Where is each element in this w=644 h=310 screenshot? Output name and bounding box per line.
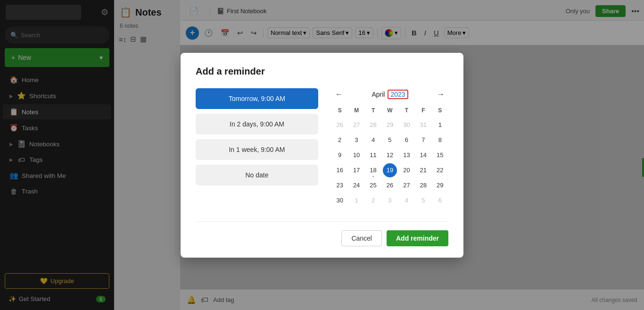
calendar-section: ← April 2023 → S M T W T F S: [331, 88, 448, 208]
cal-day-29-prev[interactable]: 29: [383, 118, 397, 132]
cal-day-5[interactable]: 5: [383, 133, 397, 147]
cal-day-24[interactable]: 24: [349, 178, 363, 193]
cal-day-7[interactable]: 7: [416, 133, 430, 147]
cal-day-21[interactable]: 21: [416, 163, 430, 177]
cal-month-year: April 2023: [372, 90, 408, 99]
cal-day-17[interactable]: 17: [349, 163, 363, 177]
cal-day-29[interactable]: 29: [433, 178, 447, 193]
cal-day-13[interactable]: 13: [399, 148, 413, 162]
cal-next-button[interactable]: →: [433, 88, 448, 101]
cal-day-22[interactable]: 22: [433, 163, 447, 177]
option-tomorrow[interactable]: Tomorrow, 9:00 AM: [196, 88, 318, 109]
cal-header-T1: T: [365, 105, 381, 116]
cal-day-18[interactable]: 18 •: [366, 163, 380, 177]
cal-week-5: 23 24 25 26 27 28 29: [331, 178, 448, 193]
calendar-grid: S M T W T F S 26 27 28 29 30: [331, 105, 448, 208]
cal-day-15[interactable]: 15: [433, 148, 447, 162]
modal-title: Add a reminder: [196, 66, 448, 77]
option-one-week[interactable]: In 1 week, 9:00 AM: [196, 139, 318, 160]
cal-header-M: M: [348, 105, 364, 116]
cal-day-6-next[interactable]: 6: [433, 193, 447, 208]
cal-day-1-next[interactable]: 1: [349, 193, 363, 208]
cal-header-S1: S: [331, 105, 348, 116]
cal-day-8[interactable]: 8: [433, 133, 447, 147]
cal-header-S2: S: [432, 105, 448, 116]
cal-day-1[interactable]: 1: [433, 118, 447, 132]
cal-day-31-prev[interactable]: 31: [416, 118, 430, 132]
add-reminder-button[interactable]: Add reminder: [387, 230, 448, 246]
cal-day-30-prev[interactable]: 30: [399, 118, 413, 132]
cal-day-23[interactable]: 23: [333, 178, 347, 193]
cal-header-row: S M T W T F S: [331, 105, 448, 116]
cal-prev-button[interactable]: ←: [331, 88, 347, 101]
cal-day-25[interactable]: 25: [366, 178, 380, 193]
cal-header-T2: T: [398, 105, 415, 116]
option-no-date[interactable]: No date: [196, 165, 318, 185]
cal-day-3-next[interactable]: 3: [383, 193, 397, 208]
cal-day-19-today[interactable]: 19: [383, 163, 397, 177]
cal-year-label[interactable]: 2023: [388, 90, 408, 99]
cal-day-16[interactable]: 16: [333, 163, 347, 177]
cal-day-28[interactable]: 28: [416, 178, 430, 193]
cal-month-label: April: [372, 91, 385, 98]
cal-day-10[interactable]: 10: [349, 148, 363, 162]
calendar-nav: ← April 2023 →: [331, 88, 448, 101]
cal-week-6: 30 1 2 3 4 5 6: [331, 193, 448, 208]
cal-day-30[interactable]: 30: [333, 193, 347, 208]
reminder-modal: Add a reminder Tomorrow, 9:00 AM In 2 da…: [181, 53, 463, 258]
cal-day-4[interactable]: 4: [366, 133, 380, 147]
cal-day-11[interactable]: 11: [366, 148, 380, 162]
cal-week-3: 9 10 11 12 13 14 15: [331, 148, 448, 163]
cal-day-12[interactable]: 12: [383, 148, 397, 162]
modal-overlay[interactable]: Add a reminder Tomorrow, 9:00 AM In 2 da…: [0, 0, 644, 310]
modal-body: Tomorrow, 9:00 AM In 2 days, 9:00 AM In …: [196, 88, 448, 208]
cal-day-9[interactable]: 9: [333, 148, 347, 162]
cal-day-2-next[interactable]: 2: [366, 193, 380, 208]
cal-day-6[interactable]: 6: [399, 133, 413, 147]
option-two-days[interactable]: In 2 days, 9:00 AM: [196, 114, 318, 134]
cal-day-26-prev[interactable]: 26: [333, 118, 347, 132]
cal-day-2[interactable]: 2: [333, 133, 347, 147]
modal-footer: Cancel Add reminder: [196, 221, 448, 246]
cal-header-W: W: [381, 105, 398, 116]
cal-week-2: 2 3 4 5 6 7 8: [331, 133, 448, 148]
cal-day-27[interactable]: 27: [399, 178, 413, 193]
cal-week-4: 16 17 18 • 19 20 21 22: [331, 163, 448, 178]
cal-day-5-next[interactable]: 5: [416, 193, 430, 208]
cal-day-28-prev[interactable]: 28: [366, 118, 380, 132]
cal-day-3[interactable]: 3: [349, 133, 363, 147]
quick-options: Tomorrow, 9:00 AM In 2 days, 9:00 AM In …: [196, 88, 318, 208]
cancel-button[interactable]: Cancel: [341, 230, 382, 246]
cal-header-F: F: [415, 105, 431, 116]
cal-day-26[interactable]: 26: [383, 178, 397, 193]
cal-day-20[interactable]: 20: [399, 163, 413, 177]
cal-week-1: 26 27 28 29 30 31 1: [331, 117, 448, 133]
cal-day-4-next[interactable]: 4: [399, 193, 413, 208]
cal-day-14[interactable]: 14: [416, 148, 430, 162]
cal-day-27-prev[interactable]: 27: [349, 118, 363, 132]
